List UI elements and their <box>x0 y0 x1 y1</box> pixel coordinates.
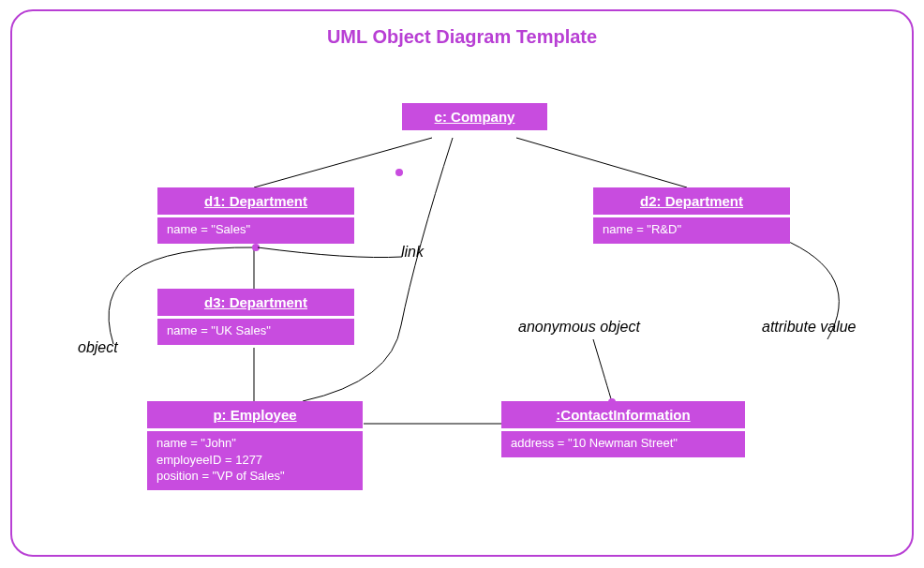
diagram-title: UML Object Diagram Template <box>12 26 912 48</box>
annotation-attrval: attribute value <box>762 319 857 336</box>
object-d1-attrs: name = "Sales" <box>157 217 354 244</box>
link-company-p <box>303 138 453 401</box>
leader-link <box>258 247 402 258</box>
object-ci-attrs: address = "10 Newman Street" <box>501 431 745 457</box>
object-d2-attrs: name = "R&D" <box>593 217 790 244</box>
object-d3-header: d3: Department <box>157 289 354 319</box>
object-p-header: p: Employee <box>147 401 363 431</box>
object-d1-header: d1: Department <box>157 187 354 217</box>
object-p-attr-id: employeeID = 1277 <box>156 452 353 469</box>
object-d3-attrs: name = "UK Sales" <box>157 319 354 345</box>
diagram-frame: UML Object Diagram Template c: Company d… <box>10 9 914 557</box>
annotation-link: link <box>401 244 424 261</box>
object-ci-attr-address: address = "10 Newman Street" <box>511 435 736 452</box>
object-p-attr-pos: position = "VP of Sales" <box>156 468 353 485</box>
object-p-attr-name: name = "John" <box>156 435 353 452</box>
object-ci-header: :ContactInformation <box>501 401 745 431</box>
leader-anonymous <box>593 339 612 402</box>
object-d2: d2: Department name = "R&D" <box>593 187 790 244</box>
object-d2-header: d2: Department <box>593 187 790 217</box>
object-d2-attr-name: name = "R&D" <box>603 221 781 238</box>
link-company-d2 <box>516 138 687 187</box>
object-d3-attr-name: name = "UK Sales" <box>167 322 345 339</box>
leader-object-dot <box>252 244 260 251</box>
link-company-d1 <box>254 138 432 187</box>
annotation-anonymous: anonymous object <box>518 319 640 336</box>
annotation-object: object <box>78 339 118 356</box>
leader-link-dot <box>395 169 403 176</box>
object-p-attrs: name = "John" employeeID = 1277 position… <box>147 431 363 490</box>
object-company-header: c: Company <box>402 103 547 133</box>
object-d1-attr-name: name = "Sales" <box>167 221 345 238</box>
object-contactinfo: :ContactInformation address = "10 Newman… <box>501 401 745 457</box>
object-p: p: Employee name = "John" employeeID = 1… <box>147 401 363 490</box>
object-d3: d3: Department name = "UK Sales" <box>157 289 354 345</box>
object-company: c: Company <box>402 103 547 133</box>
object-d1: d1: Department name = "Sales" <box>157 187 354 244</box>
